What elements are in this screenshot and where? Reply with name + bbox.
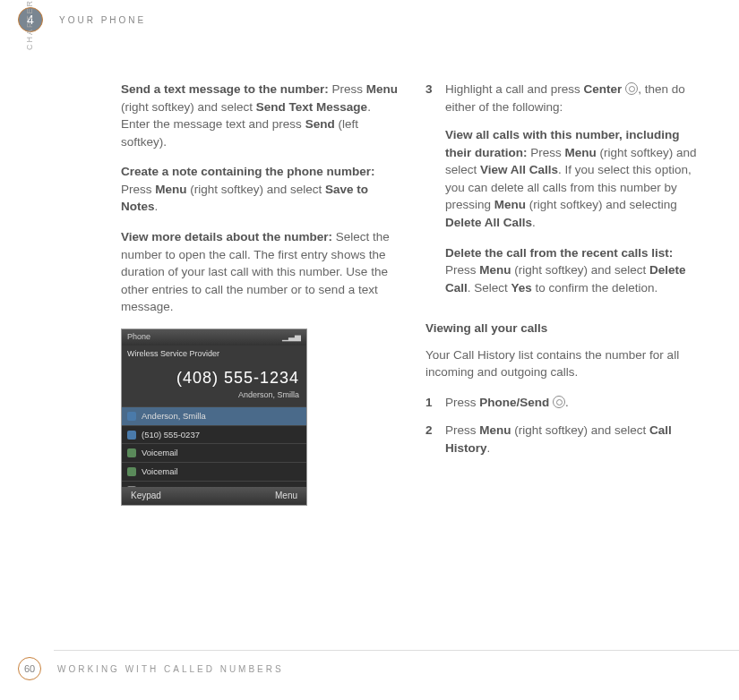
para-lead: View more details about the number: (121, 230, 332, 243)
right-column: 3 Highlight a call and press Center , th… (425, 81, 705, 506)
call-type-icon (127, 448, 136, 457)
phone-selected-number: (408) 555-1234 (129, 366, 299, 389)
step-2: 2 Press Menu (right softkey) and select … (425, 422, 705, 457)
phone-provider: Wireless Service Provider (122, 346, 306, 363)
call-row-text: (510) 555-0237 (142, 429, 200, 441)
subheading-viewing-calls: Viewing all your calls (425, 320, 705, 337)
step-1: 1 Press Phone/Send . (425, 394, 705, 412)
page-footer: 60 WORKING WITH CALLED NUMBERS (18, 657, 284, 680)
para-call-history-desc: Your Call History list contains the numb… (425, 346, 705, 381)
phone-selected-contact: (408) 555-1234 Anderson, Smilla (122, 363, 306, 406)
phone-call-row: Voicemail (122, 462, 306, 481)
center-button-icon (625, 82, 638, 95)
phone-softkey-right: Menu (275, 490, 297, 503)
call-type-icon (127, 467, 136, 476)
call-row-text: Anderson, Smilla (142, 410, 206, 423)
left-column: Send a text message to the number: Press… (121, 81, 400, 506)
step-text: Press Menu (right softkey) and select Ca… (445, 422, 705, 457)
header-title: YOUR PHONE (59, 15, 146, 25)
content-area: Send a text message to the number: Press… (121, 81, 705, 506)
para-create-note: Create a note containing the phone numbe… (121, 163, 400, 216)
phone-call-list: Anderson, Smilla(510) 555-0237VoicemailV… (122, 406, 306, 499)
phone-statusbar: Phone ▁▃▅ (122, 329, 306, 346)
step-3-option-delete: Delete the call from the recent calls li… (445, 244, 705, 297)
call-type-icon (127, 412, 136, 421)
step-text: Press Phone/Send . (445, 394, 705, 412)
phone-selected-name: Anderson, Smilla (129, 389, 299, 401)
phone-screenshot: Phone ▁▃▅ Wireless Service Provider (408… (121, 329, 307, 506)
para-lead: Send a text message to the number: (121, 82, 329, 96)
step-3: 3 Highlight a call and press Center , th… (425, 81, 705, 309)
call-type-icon (127, 431, 136, 440)
para-lead: Create a note containing the phone numbe… (121, 165, 375, 178)
phone-call-row: Anderson, Smilla (122, 406, 306, 425)
signal-icon: ▁▃▅ (282, 331, 301, 343)
phone-softkey-bar: Keypad Menu (122, 487, 306, 505)
step-text: Highlight a call and press Center , then… (445, 81, 705, 309)
para-send-text: Send a text message to the number: Press… (121, 81, 400, 150)
page-header: 4 YOUR PHONE (18, 7, 146, 32)
phone-call-row: (510) 555-0237 (122, 425, 306, 444)
phone-call-row: Voicemail (122, 443, 306, 462)
para-view-details: View more details about the number: Sele… (121, 228, 400, 316)
step-number: 1 (425, 394, 445, 412)
phone-send-button-icon (553, 396, 565, 408)
phone-softkey-left: Keypad (131, 490, 161, 503)
step-3-option-view-all: View all calls with this number, includi… (445, 126, 705, 231)
page-number-badge: 60 (18, 657, 41, 680)
footer-title: WORKING WITH CALLED NUMBERS (57, 664, 284, 674)
step-number: 3 (425, 81, 445, 309)
phone-app-label: Phone (127, 331, 150, 343)
chapter-side-label: CHAPTER (25, 0, 34, 50)
call-row-text: Voicemail (142, 447, 178, 459)
call-row-text: Voicemail (142, 465, 178, 478)
step-number: 2 (425, 422, 445, 457)
